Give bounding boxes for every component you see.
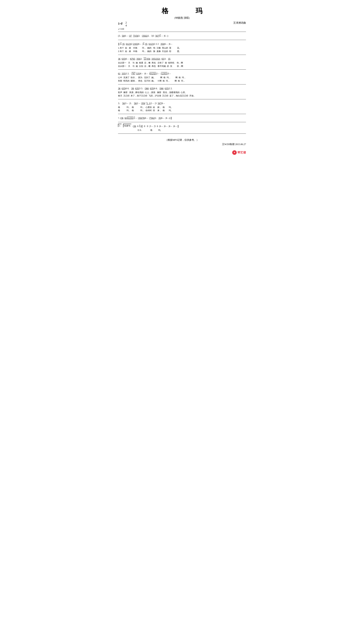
ending-notation: (36 6 i̊)‖ 0 0 |3 – |5 6 |6 – |6 – |6 – … <box>133 124 246 129</box>
verse2-block: 36 635|6 – |6765 356|2. 12|356 335|2321 … <box>118 57 246 68</box>
time-bottom: 4 <box>126 24 127 27</box>
ending-ds: D.S. 格 玛。 <box>133 129 246 132</box>
chorus2-notation: 3. 56|3 – |3. 56|2 – |356 12. 1|2 – |3 5… <box>118 101 246 106</box>
verse1-notation: ‖:6 35 6123|2 2165|6 – |6 35 6123|2 2 2 … <box>118 42 246 46</box>
ending-label: 2. <box>118 124 122 127</box>
footnote: （根据MP3记谱，仅供参考。） <box>118 139 246 142</box>
intro-block: (3. 56|6 – |37 75|563. |3562|2. 3|3 567|… <box>118 33 246 38</box>
verse3-lyric1: 心中 充满了 快乐， 因为 见到了 她。 啊 格 玛， 啊 格 玛， <box>118 76 246 79</box>
divider-6 <box>118 99 246 99</box>
chorus1-notation: 36 635|6 6. |36 635|3 3. |366 635|6 6. |… <box>118 86 246 91</box>
key-time: 1=F 2 4 <box>118 21 127 27</box>
key-label: 1=F <box>118 22 124 25</box>
coda-notation: 7. (36 6i|61232|2 – |35676|6 – |7562|2. … <box>118 116 246 120</box>
time-top: 2 <box>126 21 127 24</box>
divider-7 <box>118 114 246 114</box>
divider-3 <box>118 55 246 55</box>
chorus1-lyric2: 春天 又已经 来了，燕子又已经 飞回，泸沽湖 又已经 蓝了，海白花又已经 开放。 <box>118 94 246 97</box>
verse2-lyric1: 自从那一 天 与 她 相遇 后，噢 再也 没有了 烦 恼和忧 伤，啊 <box>118 61 246 65</box>
time-signature: 2 4 <box>126 21 127 27</box>
composer: 王泽洲词曲 <box>233 21 246 25</box>
page-container: 格 玛 （钟丽燕 演唱） 1=F 2 4 王泽洲词曲 ♩=110 (3. 56|… <box>118 6 246 156</box>
credit-text: 王WZH制谱 2015.06.27 <box>222 143 246 146</box>
verse3-block: 61 335|2 2. |767 535|6 – |6 – |61232|2 –… <box>118 71 246 83</box>
ending-jieshu: 结束句 <box>123 124 131 127</box>
divider-5 <box>118 84 246 84</box>
brand-footer: ♥ 琴艺谱 <box>118 149 246 156</box>
verse2-notation: 36 635|6 – |6765 356|2. 12|356 335|2321 … <box>118 57 246 61</box>
chorus2-lyric2: 格 玛， 格 玛， 你何时 回 来， 格 玛。 <box>118 109 246 112</box>
verse2-lyric2: 自从那一 天 与 她 分别 后，噢 再也 看不到她 的 笑 容，啊 <box>118 65 246 68</box>
chorus1-block: 36 635|6 6. |36 635|3 3. |366 635|6 6. |… <box>118 86 246 97</box>
ending-block: 2. 结束句 (36 6 i̊)‖ 0 0 |3 – |5 6 |6 – |6 … <box>118 124 246 132</box>
chorus2-block: 3. 56|3 – |3. 56|2 – |356 12. 1|2 – |3 5… <box>118 101 246 112</box>
title-section: 格 玛 （钟丽燕 演唱） <box>118 6 246 20</box>
subtitle: （钟丽燕 演唱） <box>118 16 246 20</box>
brand-logo: ♥ 琴艺谱 <box>232 150 246 155</box>
chorus1-lyric1: 歌声 像那 美酒，醉在我的 心上；真情 像那 阳光，温暖着我的 心房。 <box>118 91 246 94</box>
verse3-notation: 61 335|2 2. |767 535|6 – |6 – |61232|2 –… <box>118 71 246 76</box>
chorus2-lyric1: 格 玛， 格 玛， 心爱的 姑 娘， 格 玛。 <box>118 106 246 109</box>
verse3-lyric2: 和那 明亮的 眼睛， 再也 见不到 她。 ※啊 格 玛， 啊 格 玛， <box>118 79 246 83</box>
brand-text: 琴艺谱 <box>237 151 246 155</box>
brand-icon: ♥ <box>232 150 237 155</box>
verse1-lyric2: 2.有个 姑 娘 叫格 玛， 她的 脸 庞像 天边的 彩 霞。 <box>118 50 246 53</box>
tempo: ♩=110 <box>118 27 246 30</box>
main-title: 格 玛 <box>118 6 246 15</box>
verse1-block: ‖:6 35 6123|2 2165|6 – |6 35 6123|2 2 2 … <box>118 42 246 53</box>
coda-block: 7. (36 6i|61232|2 – |35676|6 – |7562|2. … <box>118 116 246 120</box>
intro-notation: (3. 56|6 – |37 75|563. |3562|2. 3|3 567|… <box>118 33 246 38</box>
verse1-lyric1: 1.有个 姑 娘 叫格 玛， 她的 纯 洁像 雪山的 莲 花。 <box>118 46 246 50</box>
credit-section: 王WZH制谱 2015.06.27 <box>118 143 246 146</box>
header-info: 1=F 2 4 王泽洲词曲 <box>118 21 246 27</box>
footnote-text: （根据MP3记谱，仅供参考。） <box>165 139 199 141</box>
divider-1 <box>118 32 246 32</box>
